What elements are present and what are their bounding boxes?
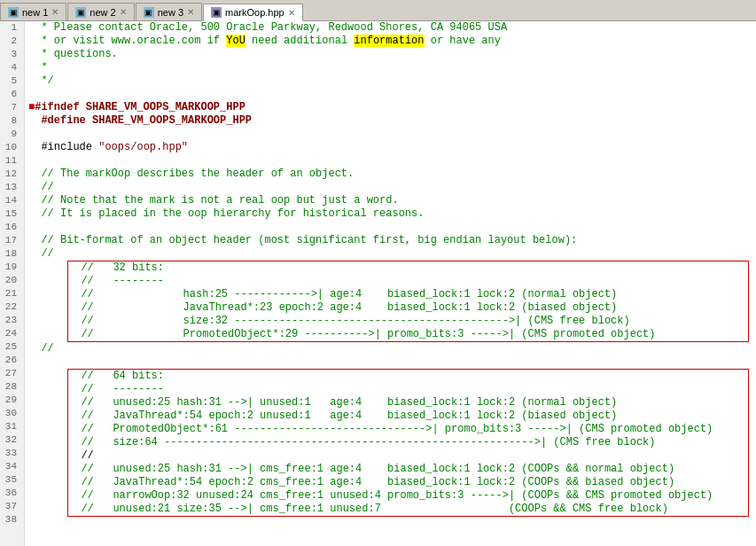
- line-num-24: 24: [4, 327, 20, 340]
- line-num-18: 18: [4, 247, 20, 261]
- line-num-38: 38: [4, 513, 20, 526]
- line-num-1: 1: [4, 21, 20, 35]
- line-num-19: 19: [4, 261, 20, 274]
- line-num-35: 35: [4, 473, 20, 487]
- tab-label-markoop: markOop.hpp: [225, 7, 284, 18]
- code-line-1: * Please contact Oracle, 500 Oracle Park…: [28, 21, 752, 35]
- window: ▣ new 1 ✕ ▣ new 2 ✕ ▣ new 3 ✕ ▣ markOop.…: [0, 0, 756, 546]
- code-line-4: *: [28, 61, 752, 74]
- code-line-25: //: [28, 342, 752, 355]
- code-line-14: // Note that the mark is not a real oop …: [28, 194, 752, 207]
- line-numbers: 1 2 3 4 5 6 7 8 9 10 11 12 13 14 15 16 1…: [0, 21, 25, 546]
- code-line-12: // The markOop describes the header of a…: [28, 168, 752, 181]
- code-line-2: * or visit www.oracle.com if YoU need ad…: [28, 35, 752, 48]
- line-num-36: 36: [4, 487, 20, 500]
- box-64bits: // 64 bits: // -------- // unused:25 has…: [67, 369, 749, 517]
- tab-bar: ▣ new 1 ✕ ▣ new 2 ✕ ▣ new 3 ✕ ▣ markOop.…: [0, 0, 756, 21]
- tab-icon-new2: ▣: [75, 7, 86, 18]
- tab-new1[interactable]: ▣ new 1 ✕: [0, 3, 66, 20]
- code-line-35: // JavaThread*:54 epoch:2 cms_free:1 age…: [68, 476, 748, 489]
- line-num-25: 25: [4, 340, 20, 354]
- tab-close-new1[interactable]: ✕: [51, 7, 58, 17]
- code-line-18: //: [28, 247, 752, 261]
- code-line-8: #define SHARE_VM_OOPS_MARKOOP_HPP: [28, 114, 752, 128]
- tab-label-new1: new 1: [22, 7, 48, 18]
- line-num-8: 8: [4, 114, 20, 128]
- line-num-33: 33: [4, 447, 20, 460]
- code-line-21: // hash:25 ------------>| age:4 biased_l…: [68, 288, 748, 301]
- line-num-26: 26: [4, 354, 20, 367]
- code-area[interactable]: * Please contact Oracle, 500 Oracle Park…: [25, 21, 756, 546]
- line-num-32: 32: [4, 433, 20, 447]
- code-line-34: // unused:25 hash:31 -->| cms_free:1 age…: [68, 463, 748, 476]
- code-line-7: ■#ifndef SHARE_VM_OOPS_MARKOOP_HPP: [28, 101, 752, 114]
- code-line-17: // Bit-format of an object header (most …: [28, 234, 752, 247]
- code-line-36: // narrowOop:32 unused:24 cms_free:1 unu…: [68, 489, 748, 503]
- tab-icon-new3: ▣: [144, 7, 154, 18]
- line-num-11: 11: [4, 154, 20, 168]
- line-num-2: 2: [4, 35, 20, 48]
- code-line-13: //: [28, 181, 752, 194]
- line-num-20: 20: [4, 274, 20, 287]
- code-line-28: // --------: [68, 383, 748, 396]
- tab-close-markoop[interactable]: ✕: [288, 8, 295, 18]
- code-line-23: // size:32 -----------------------------…: [68, 315, 748, 328]
- code-line-9: [28, 128, 752, 141]
- code-line-30: // JavaThread*:54 epoch:2 unused:1 age:4…: [68, 410, 748, 423]
- editor: 1 2 3 4 5 6 7 8 9 10 11 12 13 14 15 16 1…: [0, 21, 756, 546]
- tab-label-new2: new 2: [90, 7, 115, 18]
- tab-new3[interactable]: ▣ new 3 ✕: [136, 3, 202, 20]
- code-line-6: [28, 88, 752, 101]
- code-line-19: // 32 bits:: [68, 261, 748, 275]
- line-num-4: 4: [4, 61, 20, 74]
- line-num-10: 10: [4, 141, 20, 154]
- code-line-15: // It is placed in the oop hierarchy for…: [28, 207, 752, 221]
- line-num-29: 29: [4, 394, 20, 407]
- tab-close-new3[interactable]: ✕: [187, 7, 194, 17]
- tab-label-new3: new 3: [158, 7, 183, 18]
- line-num-6: 6: [4, 88, 20, 101]
- line-num-17: 17: [4, 234, 20, 247]
- line-num-3: 3: [4, 48, 20, 61]
- line-num-16: 16: [4, 221, 20, 234]
- line-num-12: 12: [4, 168, 20, 181]
- code-line-3: * questions.: [28, 48, 752, 61]
- line-num-37: 37: [4, 500, 20, 513]
- line-num-27: 27: [4, 367, 20, 380]
- line-num-28: 28: [4, 380, 20, 394]
- line-num-23: 23: [4, 314, 20, 327]
- line-num-31: 31: [4, 420, 20, 433]
- code-line-5: */: [28, 74, 752, 88]
- line-num-5: 5: [4, 74, 20, 88]
- line-num-15: 15: [4, 207, 20, 221]
- code-line-16: [28, 221, 752, 234]
- tab-markoop[interactable]: ▣ markOop.hpp ✕: [203, 4, 303, 21]
- code-line-24: // PromotedObject*:29 ---------->| promo…: [68, 328, 748, 341]
- line-num-21: 21: [4, 287, 20, 300]
- code-line-32: // size:64 -----------------------------…: [68, 436, 748, 449]
- line-num-14: 14: [4, 194, 20, 207]
- code-line-22: // JavaThread*:23 epoch:2 age:4 biased_l…: [68, 301, 748, 315]
- code-line-11: [28, 154, 752, 168]
- line-num-22: 22: [4, 300, 20, 314]
- tab-icon-new1: ▣: [8, 7, 19, 18]
- tab-close-new2[interactable]: ✕: [120, 7, 127, 17]
- line-num-30: 30: [4, 407, 20, 420]
- code-line-10: #include "oops/oop.hpp": [28, 141, 752, 154]
- code-line-31: // PromotedObject*:61 ------------------…: [68, 423, 748, 436]
- line-num-9: 9: [4, 128, 20, 141]
- line-num-7: 7: [4, 101, 20, 114]
- tab-new2[interactable]: ▣ new 2 ✕: [67, 3, 134, 20]
- code-line-37: // unused:21 size:35 -->| cms_free:1 unu…: [68, 503, 748, 516]
- code-line-20: // --------: [68, 275, 748, 288]
- line-num-34: 34: [4, 460, 20, 473]
- line-num-13: 13: [4, 181, 20, 194]
- code-line-33: //: [68, 449, 748, 463]
- code-line-27: // 64 bits:: [68, 370, 748, 383]
- code-line-29: // unused:25 hash:31 -->| unused:1 age:4…: [68, 396, 748, 410]
- tab-icon-markoop: ▣: [211, 7, 222, 18]
- code-line-26: [28, 355, 752, 369]
- box-32bits: // 32 bits: // -------- // hash:25 -----…: [67, 261, 749, 342]
